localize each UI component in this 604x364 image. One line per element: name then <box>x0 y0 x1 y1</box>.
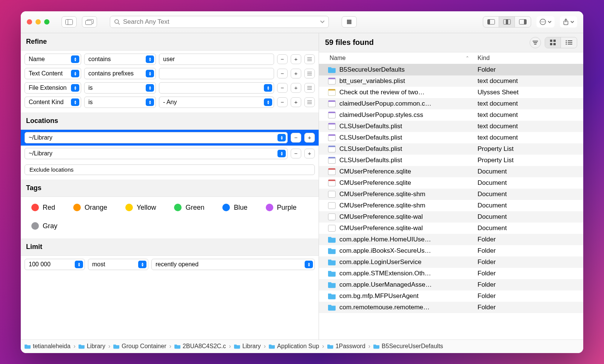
filter-button[interactable] <box>530 37 541 48</box>
file-row[interactable]: com.apple.iBooksX-SecureUs…Folder <box>319 245 583 256</box>
remove-rule-button[interactable]: − <box>277 54 288 64</box>
file-row[interactable]: com.apple.STMExtension.Oth…Folder <box>319 268 583 279</box>
folder-icon <box>25 344 31 349</box>
view-list-button[interactable] <box>561 37 577 48</box>
rule-operator-select[interactable]: contains▴▾ <box>84 54 156 65</box>
share-button[interactable] <box>560 16 577 28</box>
add-location-button[interactable]: + <box>304 149 315 158</box>
path-item[interactable]: 2BUA8C4S2C.c <box>174 343 226 350</box>
chevron-up-down-icon: ▴▾ <box>71 70 79 77</box>
more-options-button[interactable] <box>536 16 555 28</box>
file-row[interactable]: Check out the review of two…Ulysses Shee… <box>319 87 583 98</box>
file-row[interactable]: CLSUserDefaults.plisttext document <box>319 121 583 132</box>
path-item[interactable]: 1Password <box>327 343 365 350</box>
location-path-select[interactable]: ~/Library▴▾ <box>25 132 288 143</box>
search-input[interactable] <box>123 18 317 26</box>
file-row[interactable]: com.remotemouse.remoteme…Folder <box>319 302 583 313</box>
tag-purple[interactable]: Purple <box>266 204 297 212</box>
view-grid-button[interactable] <box>545 37 561 48</box>
file-row[interactable]: CMUserPreference.sqliteDocument <box>319 177 583 189</box>
rule-value-select[interactable]: - Any▴▾ <box>159 97 274 108</box>
windows-button[interactable] <box>82 16 97 28</box>
rule-options-button[interactable] <box>304 69 315 78</box>
file-row[interactable]: CMUserPreference.sqlite-shmDocument <box>319 200 583 211</box>
file-row[interactable]: B5SecureUserDefaultsFolder <box>319 64 583 75</box>
file-row[interactable]: com.bg.mfp.MFPUserAgentFolder <box>319 290 583 302</box>
tag-orange[interactable]: Orange <box>73 204 107 212</box>
layout-left-button[interactable] <box>483 17 499 27</box>
remove-rule-button[interactable]: − <box>277 97 288 107</box>
toggle-sidebar-button[interactable] <box>62 16 77 28</box>
file-row[interactable]: CMUserPreference.sqlite-walDocument <box>319 223 583 234</box>
chevron-down-icon[interactable] <box>320 20 325 23</box>
exclude-locations-button[interactable]: Exclude locations <box>25 164 315 175</box>
limit-count-select[interactable]: 100 000 ▴▾ <box>25 259 85 270</box>
add-rule-button[interactable]: + <box>291 97 301 107</box>
rule-options-button[interactable] <box>304 54 315 64</box>
file-row[interactable]: CLSUserDefaults.plisttext document <box>319 132 583 143</box>
file-row[interactable]: com.apple.UserManagedAsse…Folder <box>319 279 583 290</box>
layout-right-button[interactable] <box>515 17 531 27</box>
rule-attribute-select[interactable]: Content Kind▴▾ <box>25 97 81 108</box>
file-row[interactable]: claimedUserPopup.common.c…text document <box>319 98 583 109</box>
file-row[interactable]: CMUserPreference.sqlite-walDocument <box>319 211 583 223</box>
layout-center-button[interactable] <box>499 17 515 27</box>
rule-value-select[interactable]: ▴▾ <box>159 82 274 94</box>
rule-value-input[interactable] <box>159 68 274 79</box>
limit-sort-select[interactable]: recently opened ▴▾ <box>151 259 315 270</box>
file-row[interactable]: CMUserPreference.sqliteDocument <box>319 166 583 177</box>
file-name: CMUserPreference.sqlite <box>339 179 478 187</box>
window-minimize-button[interactable] <box>35 19 41 25</box>
stop-button[interactable] <box>342 16 357 28</box>
add-rule-button[interactable]: + <box>291 54 301 64</box>
file-row[interactable]: CMUserPreference.sqlite-shmDocument <box>319 189 583 200</box>
rule-operator-select[interactable]: is▴▾ <box>84 97 156 108</box>
location-row[interactable]: ~/Library▴▾−+ <box>21 146 319 161</box>
file-kind: Document <box>478 224 583 232</box>
tag-green[interactable]: Green <box>174 204 204 212</box>
add-rule-button[interactable]: + <box>291 83 301 93</box>
add-location-button[interactable]: + <box>304 133 315 143</box>
limit-direction-select[interactable]: most ▴▾ <box>88 259 148 270</box>
window-zoom-button[interactable] <box>44 19 49 25</box>
tag-gray[interactable]: Gray <box>31 222 57 230</box>
path-item[interactable]: Library <box>79 343 105 350</box>
file-row[interactable]: btt_user_variables.plisttext document <box>319 75 583 87</box>
file-row[interactable]: CLSUserDefaults.plistProperty List <box>319 155 583 166</box>
remove-rule-button[interactable]: − <box>277 69 288 78</box>
tag-yellow[interactable]: Yellow <box>125 204 156 212</box>
rule-attribute-select[interactable]: Name▴▾ <box>25 54 81 65</box>
file-row[interactable]: com.apple.Home.HomeUIUse…Folder <box>319 234 583 245</box>
rule-options-button[interactable] <box>304 83 315 93</box>
rule-attribute-select[interactable]: Text Content▴▾ <box>25 68 81 79</box>
search-field[interactable] <box>110 16 329 28</box>
rule-operator-select[interactable]: contains prefixes▴▾ <box>84 68 156 79</box>
file-row[interactable]: CLSUserDefaults.plistProperty List <box>319 143 583 155</box>
remove-location-button[interactable]: − <box>291 149 301 158</box>
path-item[interactable]: tetianaleheida <box>25 343 71 350</box>
tag-red[interactable]: Red <box>31 204 55 212</box>
location-row[interactable]: ~/Library▴▾−+ <box>21 130 319 146</box>
path-item[interactable]: Library <box>234 343 261 350</box>
remove-location-button[interactable]: − <box>291 133 301 143</box>
path-item[interactable]: Group Container <box>113 343 166 350</box>
svg-rect-10 <box>506 20 508 24</box>
path-item[interactable]: Application Sup <box>269 343 319 350</box>
rule-value-input[interactable] <box>159 54 274 65</box>
file-name: B5SecureUserDefaults <box>339 66 478 74</box>
file-row[interactable]: com.apple.LoginUserServiceFolder <box>319 256 583 268</box>
path-item[interactable]: B5SecureUserDefaults <box>373 343 443 350</box>
dbx-icon <box>328 180 336 186</box>
column-kind-header[interactable]: Kind <box>478 55 583 61</box>
add-rule-button[interactable]: + <box>291 69 301 78</box>
rule-operator-value: is <box>88 99 93 106</box>
rule-options-button[interactable] <box>304 97 315 107</box>
tag-blue[interactable]: Blue <box>222 204 247 212</box>
column-name-header[interactable]: Name ⌃ <box>319 55 478 61</box>
window-close-button[interactable] <box>27 19 32 25</box>
remove-rule-button[interactable]: − <box>277 83 288 93</box>
location-path-select[interactable]: ~/Library▴▾ <box>25 148 288 159</box>
rule-attribute-select[interactable]: File Extension▴▾ <box>25 82 81 94</box>
rule-operator-select[interactable]: is▴▾ <box>84 82 156 94</box>
file-row[interactable]: claimedUserPopup.styles.csstext document <box>319 109 583 121</box>
